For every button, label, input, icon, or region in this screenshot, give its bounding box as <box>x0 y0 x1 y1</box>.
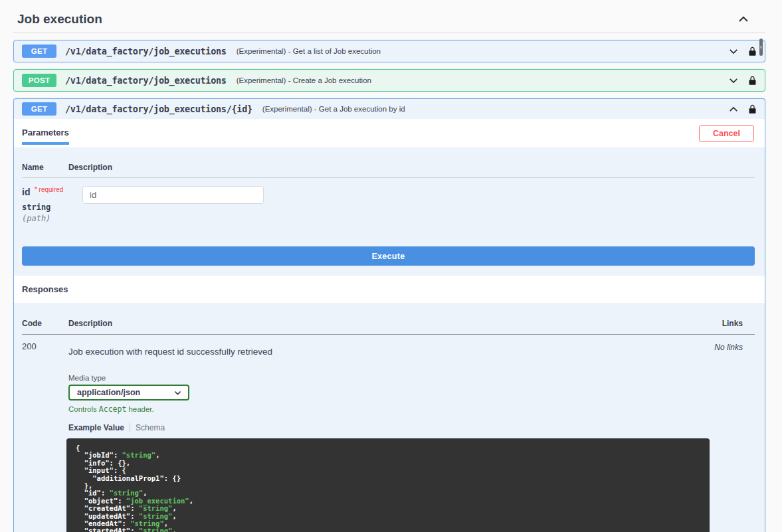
tab-bar: Parameters Cancel <box>14 119 765 147</box>
media-type-value: application/json <box>77 388 140 397</box>
example-json[interactable]: { "jobId": "string", "info": {}, "input"… <box>66 438 710 532</box>
expand-button[interactable] <box>729 48 738 54</box>
parameter-name-cell: id * required string (path) <box>22 186 68 223</box>
tab-divider <box>130 423 130 432</box>
method-badge-get: GET <box>22 102 56 116</box>
execute-button[interactable]: Execute <box>22 246 755 266</box>
scrollbar-thumb[interactable] <box>759 39 763 56</box>
collapse-button[interactable] <box>729 106 738 112</box>
hint-prefix: Controls <box>68 405 97 413</box>
hint-accept-code: Accept <box>99 404 127 414</box>
expand-button[interactable] <box>729 78 738 84</box>
endpoint-description: (Experimental) - Get a Job execution by … <box>262 105 729 113</box>
tab-parameters[interactable]: Parameters <box>22 119 69 145</box>
endpoint-description: (Experimental) - Create a Job execution <box>237 76 729 84</box>
authorize-button[interactable] <box>748 76 757 86</box>
chevron-down-icon <box>174 391 181 395</box>
response-links: No links <box>714 343 743 352</box>
media-type-select[interactable]: application/json <box>68 385 189 400</box>
parameter-type: string <box>22 203 68 212</box>
model-example-tabs: Example Value Schema <box>68 423 755 432</box>
response-row-200: 200 Job execution with request id succes… <box>22 335 755 532</box>
responses-title: Responses <box>14 276 765 303</box>
endpoint-summary[interactable]: POST /v1/data_factory/job_executions (Ex… <box>14 70 765 91</box>
cancel-button[interactable]: Cancel <box>699 125 754 142</box>
response-description-cell: Job execution with request id successful… <box>68 341 755 532</box>
endpoint-get-list: GET /v1/data_factory/job_executions (Exp… <box>13 40 765 62</box>
chevron-up-icon <box>729 106 738 112</box>
media-type-label: Media type <box>68 374 755 382</box>
execute-section: Execute <box>14 223 765 276</box>
authorize-button[interactable] <box>748 104 757 114</box>
section-collapse-button[interactable] <box>738 16 749 23</box>
lock-icon <box>748 46 757 56</box>
page-title: Job execution <box>17 12 102 27</box>
endpoint-summary[interactable]: GET /v1/data_factory/job_executions/{id}… <box>14 99 765 119</box>
response-code: 200 <box>22 341 68 532</box>
chevron-down-icon <box>729 78 738 84</box>
lock-icon <box>748 104 757 114</box>
endpoint-description: (Experimental) - Get a list of Job execu… <box>237 47 729 55</box>
chevron-down-icon <box>729 48 738 54</box>
description-column-header: Description <box>68 163 112 172</box>
parameters-table-header: Name Description <box>22 163 755 178</box>
code-column-header: Code <box>22 319 68 328</box>
parameter-name: id <box>22 187 30 197</box>
chevron-up-icon <box>738 16 749 23</box>
endpoint-summary[interactable]: GET /v1/data_factory/job_executions (Exp… <box>14 41 765 62</box>
parameter-description-cell <box>82 186 264 223</box>
endpoint-path: /v1/data_factory/job_executions <box>65 46 227 56</box>
endpoint-path: /v1/data_factory/job_executions <box>65 75 227 86</box>
response-description: Job execution with request id successful… <box>68 347 755 357</box>
endpoint-get-by-id: GET /v1/data_factory/job_executions/{id}… <box>13 98 765 532</box>
parameter-location: (path) <box>22 214 68 223</box>
tab-schema[interactable]: Schema <box>136 423 165 432</box>
endpoint-post-create: POST /v1/data_factory/job_executions (Ex… <box>13 69 765 92</box>
tab-example-value[interactable]: Example Value <box>68 423 124 432</box>
job-execution-section: Job execution GET /v1/data_factory/job_e… <box>0 0 782 532</box>
id-parameter-input[interactable] <box>82 186 264 204</box>
authorize-button[interactable] <box>748 46 757 56</box>
lock-icon <box>748 76 757 86</box>
section-header: Job execution <box>13 9 765 33</box>
required-label: * required <box>35 186 63 193</box>
method-badge-post: POST <box>22 74 56 87</box>
parameters-section: Name Description id * required string (p… <box>14 147 765 223</box>
description-column-header: Description <box>68 319 112 328</box>
method-badge-get: GET <box>22 44 56 58</box>
parameter-row-id: id * required string (path) <box>22 178 755 223</box>
links-column-header: Links <box>722 319 755 328</box>
name-column-header: Name <box>22 163 68 172</box>
hint-suffix: header. <box>128 405 153 413</box>
media-type-hint: ControlsAcceptheader. <box>68 404 755 414</box>
endpoint-path: /v1/data_factory/job_executions/{id} <box>65 104 252 114</box>
responses-table-header: Code Description Links <box>22 319 755 335</box>
responses-section: Code Description Links 200 Job execution… <box>14 303 765 532</box>
